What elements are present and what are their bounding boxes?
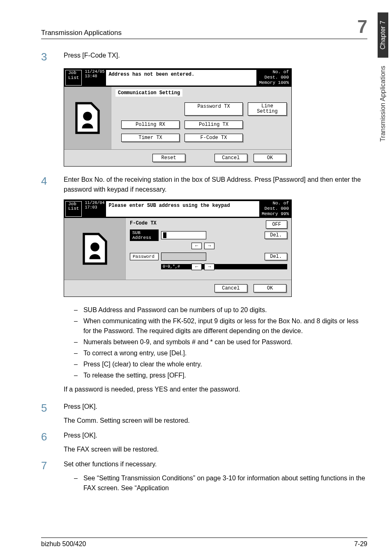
fcode-tx-title: F-Code TX [130, 220, 287, 226]
bullet-1: SUB Address and Password can be numbers … [83, 305, 267, 315]
svg-point-0 [83, 111, 92, 120]
step-6: 6 Press [OK]. The FAX screen will be res… [41, 431, 367, 454]
mem-label: Memory [259, 80, 275, 85]
datetime: 11/24/05 13:48 [83, 69, 106, 87]
arrow-left-2[interactable]: ← [191, 264, 202, 270]
dest-val: 000 [281, 75, 289, 80]
screenshot-fcode-tx: Job List 11/26/04 17:03 Please enter SUB… [64, 199, 292, 297]
time-2: 17:03 [85, 205, 104, 210]
job-list-button[interactable]: Job List [65, 70, 82, 86]
step-6-sub: The FAX screen will be restored. [64, 445, 367, 454]
dash-icon: – [74, 337, 78, 347]
joblist2-l2: List [68, 206, 79, 211]
del-button-1[interactable]: Del. [265, 232, 287, 239]
password-tx-button[interactable]: Password TX [184, 102, 243, 116]
f-code-tx-button[interactable]: F-Code TX [184, 134, 243, 142]
status-right-2: No. ofDest. 000 Memory 99% [259, 200, 291, 218]
step-7-num: 7 [41, 459, 53, 493]
password-input[interactable] [161, 253, 206, 261]
password-label[interactable]: Password [130, 253, 159, 260]
header-chapter-num: 7 [357, 16, 367, 37]
line-setting-button[interactable]: LineSetting [248, 102, 287, 116]
mem-val-2: 99% [281, 211, 289, 216]
job-list-button-2[interactable]: Job List [65, 201, 82, 217]
footer-right: 7-29 [354, 540, 367, 548]
polling-tx-button[interactable]: Polling TX [184, 120, 243, 129]
mem-label-2: Memory [262, 211, 278, 216]
arrow-right-2[interactable]: → [204, 264, 214, 270]
dash-icon: – [74, 316, 78, 336]
document-icon-2 [76, 230, 113, 267]
dash-icon: – [74, 305, 78, 315]
line-l1: Line [261, 103, 273, 109]
timer-tx-button[interactable]: Timer TX [121, 134, 180, 142]
dest-val-2: 000 [281, 206, 289, 211]
step-3: 3 Press [F-Code TX]. [41, 51, 367, 63]
date-2: 11/26/04 [85, 201, 104, 205]
header-title: Transmission Applications [41, 29, 122, 37]
dash-icon: – [74, 473, 78, 493]
footer-left: bizhub 500/420 [41, 540, 86, 548]
dash-icon: – [74, 359, 78, 369]
line-l2: Setting [257, 109, 277, 114]
bullet-3: Numerals between 0-9, and symbols # and … [83, 337, 293, 347]
step-6-text: Press [OK]. [64, 431, 367, 440]
status-right: No. ofDest. 000 Memory 100% [256, 69, 291, 87]
cancel-button[interactable]: Cancel [214, 154, 247, 162]
step-6-num: 6 [41, 431, 53, 454]
document-icon [69, 100, 106, 137]
page-header: Transmission Applications 7 [41, 16, 367, 39]
step-7: 7 Set other functions if necessary. – Se… [41, 459, 367, 493]
joblist-l1: Job [68, 71, 79, 76]
step-5-sub: The Comm. Setting screen will be restore… [64, 416, 367, 426]
step-7-text: Set other functions if necessary. [64, 459, 367, 469]
step-4-num: 4 [41, 175, 53, 195]
dash-icon: – [74, 371, 78, 380]
side-tab: Chapter 7 Transmission Applications [374, 12, 392, 150]
step-5: 5 Press [OK]. The Comm. Setting screen w… [41, 402, 367, 426]
sub-address-label[interactable]: SUB Address [130, 229, 159, 241]
bullet-5: Press [C] (clear) to clear the whole ent… [83, 359, 202, 369]
comm-setting-heading: Communication Setting [115, 89, 182, 97]
mem-val: 100% [278, 80, 289, 85]
sub-address-input[interactable] [161, 231, 206, 239]
bullet-2: When communicating with the FK-502, inpu… [83, 316, 367, 336]
step-5-num: 5 [41, 402, 53, 426]
step-5-text: Press [OK]. [64, 402, 367, 412]
sub-l2: Address [132, 235, 156, 240]
sub-l1: SUB [132, 230, 156, 235]
bullet-list: –SUB Address and Password can be numbers… [74, 305, 367, 380]
step-4-text: Enter Box No. of the receiving station i… [64, 175, 367, 195]
step-4: 4 Enter Box No. of the receiving station… [41, 175, 367, 195]
chapter-tab: Chapter 7 [378, 12, 388, 58]
off-button[interactable]: OFF [266, 220, 287, 229]
date: 11/24/05 [85, 70, 104, 74]
screenshot-comm-setting: Job List 11/24/05 13:48 Address has not … [64, 68, 292, 167]
polling-rx-button[interactable]: Polling RX [121, 120, 180, 129]
joblist-l2: List [68, 76, 79, 81]
step-3-num: 3 [41, 51, 53, 63]
step-7-bullet: See “Setting Transmission Conditions” on… [83, 473, 367, 493]
dash-icon: – [74, 348, 78, 358]
arrow-left-1[interactable]: ← [191, 243, 202, 249]
arrow-right-1[interactable]: → [204, 243, 214, 249]
cancel-button-2[interactable]: Cancel [214, 284, 247, 292]
svg-point-1 [90, 242, 99, 251]
status-message-2: Please enter SUB address using the keypa… [106, 201, 259, 217]
datetime-2: 11/26/04 17:03 [83, 200, 106, 218]
preview-icon-area [64, 87, 111, 149]
time: 13:48 [85, 74, 104, 79]
section-tab: Transmission Applications [378, 58, 388, 150]
step-3-text: Press [F-Code TX]. [64, 51, 367, 63]
bullet-6: To release the setting, press [OFF]. [83, 371, 186, 380]
ok-button-2[interactable]: OK [254, 284, 286, 292]
del-button-2[interactable]: Del. [265, 253, 287, 260]
reset-button[interactable]: Reset [152, 154, 185, 162]
cursor-icon [163, 232, 166, 238]
bullet-4: To correct a wrong entry, use [Del.]. [83, 348, 187, 358]
note-1: If a password is needed, press YES and e… [64, 385, 367, 394]
preview-icon-area-2 [64, 218, 126, 280]
page-footer: bizhub 500/420 7-29 [41, 537, 367, 548]
ok-button[interactable]: OK [254, 154, 286, 162]
status-message: Address has not been entered. [106, 70, 256, 86]
